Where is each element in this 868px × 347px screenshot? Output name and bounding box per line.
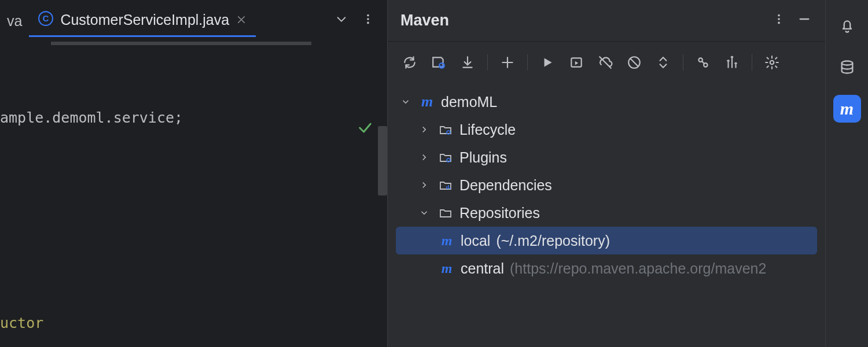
tab-file-name: CustomerServiceImpl.java [60, 12, 229, 28]
download-icon[interactable] [455, 50, 480, 75]
svg-point-13 [770, 61, 774, 65]
chevron-right-icon [419, 152, 432, 163]
node-label: Plugins [459, 149, 507, 166]
run-config-icon[interactable] [564, 50, 589, 75]
folder-deps-icon [437, 178, 454, 192]
collapse-icon[interactable] [650, 50, 676, 75]
tree-repo-central[interactable]: m central (https://repo.maven.apache.org… [388, 254, 825, 282]
tab-partial-left[interactable]: va [2, 8, 27, 34]
editor-tabs: va C CustomerServiceImpl.java [0, 0, 387, 42]
editor-pane: va C CustomerServiceImpl.java [0, 0, 388, 347]
maven-tool-button[interactable]: m [833, 95, 861, 123]
chevron-right-icon [419, 180, 432, 190]
show-dependencies-icon[interactable] [719, 50, 745, 75]
node-label: Repositories [459, 205, 540, 222]
database-icon[interactable] [833, 53, 861, 81]
maven-icon: m [439, 261, 455, 276]
annotation: uctor [0, 315, 43, 331]
folder-gear-icon [437, 123, 454, 136]
repo-name: central [461, 260, 504, 277]
run-icon[interactable] [535, 50, 560, 75]
svg-point-4 [367, 22, 369, 24]
refresh-icon[interactable] [397, 50, 422, 75]
code-editor[interactable]: ample.demoml.service; uctor ustomerServi… [0, 45, 387, 347]
more-icon[interactable] [771, 13, 787, 29]
chevron-down-icon [419, 208, 432, 218]
tree-node-lifecycle[interactable]: Lifecycle [388, 116, 825, 143]
minimize-icon[interactable] [796, 13, 812, 29]
maven-icon: m [439, 233, 455, 249]
svg-point-6 [778, 18, 780, 20]
svg-point-5 [778, 14, 780, 16]
folder-icon [437, 206, 454, 220]
svg-text:C: C [43, 13, 49, 23]
repo-name: local [461, 232, 490, 249]
node-label: Lifecycle [459, 121, 516, 138]
code-text: ample.demoml.service; [0, 109, 183, 126]
skip-tests-icon[interactable] [621, 50, 647, 75]
folder-gear-icon [437, 150, 454, 164]
maven-tree: m demoML Lifecycle Plugins Dependencies [388, 83, 825, 287]
add-icon[interactable] [495, 50, 520, 75]
chevron-down-icon [400, 97, 413, 107]
chevron-down-icon[interactable] [335, 13, 348, 29]
maven-pane: Maven [388, 0, 825, 347]
svg-point-16 [841, 61, 852, 65]
vertical-scrollbar[interactable] [378, 126, 387, 195]
repo-path: (~/.m2/repository) [496, 232, 610, 249]
maven-icon: m [419, 93, 435, 110]
node-label: Dependencies [459, 177, 552, 194]
tree-project-root[interactable]: m demoML [388, 88, 825, 116]
right-tool-strip: m [825, 0, 868, 347]
settings-icon[interactable] [759, 50, 785, 75]
tree-node-plugins[interactable]: Plugins [388, 143, 825, 171]
check-icon[interactable] [288, 103, 373, 156]
more-icon[interactable] [362, 13, 374, 29]
panel-title: Maven [400, 12, 449, 29]
maven-toolbar [388, 42, 825, 83]
offline-icon[interactable] [593, 50, 618, 75]
tree-node-dependencies[interactable]: Dependencies [388, 171, 825, 199]
generate-sources-icon[interactable] [426, 50, 451, 75]
svg-point-3 [367, 18, 369, 20]
tab-active[interactable]: C CustomerServiceImpl.java [29, 5, 256, 37]
svg-point-2 [367, 14, 369, 17]
close-icon[interactable] [236, 12, 247, 28]
repo-url: (https://repo.maven.apache.org/maven2 [510, 260, 766, 277]
maven-header: Maven [388, 0, 825, 42]
class-icon: C [38, 11, 53, 29]
notifications-icon[interactable] [833, 12, 861, 39]
svg-point-7 [778, 21, 780, 24]
project-name: demoML [441, 94, 497, 110]
chevron-right-icon [419, 124, 432, 135]
tree-node-repositories[interactable]: Repositories [388, 199, 825, 227]
show-diagram-icon[interactable] [690, 50, 716, 75]
tree-repo-local[interactable]: m local (~/.m2/repository) [396, 227, 817, 254]
